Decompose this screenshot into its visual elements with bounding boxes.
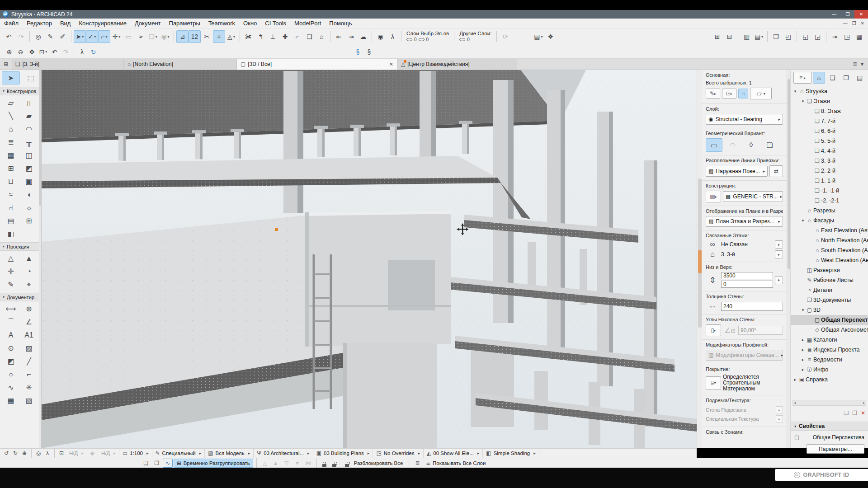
tree-item--2-2-1[interactable]: ❏-2. -2-1 <box>791 196 868 206</box>
suspend-groups-button[interactable]: ⊞Временно Разгруппировать <box>174 459 253 468</box>
door-tool[interactable]: ◫ <box>20 149 38 162</box>
project-map-tab[interactable]: ⌂ <box>813 72 825 84</box>
tree-item-этажи[interactable]: ▾❏Этажи <box>791 96 868 106</box>
layer-selector[interactable]: ◉ Structural - Bearing▸ <box>706 114 783 125</box>
tree-item-6-6-й[interactable]: ❏6. 6-й <box>791 126 868 136</box>
publish-set-icon[interactable]: ⇥ <box>829 30 841 43</box>
confirm-tool-icon[interactable]: ✓ <box>86 30 98 43</box>
undo-icon[interactable]: ↶ <box>3 30 15 43</box>
inject-parameters-icon[interactable]: ✎ <box>44 30 57 43</box>
walkthrough-icon[interactable]: λ <box>387 30 399 43</box>
revision-icon[interactable]: ◳ <box>841 30 853 43</box>
tree-item-1-1-й[interactable]: ❏1. 1-й <box>791 176 868 186</box>
quick-zoom-icon[interactable]: ⊕ <box>20 449 29 458</box>
column-tool[interactable]: ▯ <box>20 96 38 109</box>
canvas-scrollbar[interactable] <box>697 70 702 448</box>
wall-trimmed-arrow[interactable]: ▸ <box>776 406 783 413</box>
tree-item-3-3-й[interactable]: ❏3. 3-й <box>791 156 868 166</box>
section-marker-tool[interactable]: ▲ <box>20 252 38 265</box>
toolbox-scrollbar[interactable] <box>39 70 41 448</box>
tab-3[interactable]: ▢[3D / Все]✕ <box>237 59 397 70</box>
zone-tool[interactable]: ▣ <box>20 175 38 188</box>
bring-forward-icon[interactable]: △ <box>260 459 270 468</box>
view-map-tab[interactable]: ❏ <box>826 72 839 84</box>
slab-tool[interactable]: ▰ <box>20 109 38 122</box>
top-elevation-input[interactable]: 3500 <box>721 272 773 279</box>
dimension-style-field[interactable]: ▣03 Building Plans▸ <box>313 449 373 458</box>
scroll-right-icon[interactable]: ▸ <box>863 401 865 405</box>
tab-4[interactable]: △[Центр Взаимодействия] <box>397 59 517 70</box>
drawing-tool[interactable]: ▧ <box>20 394 38 407</box>
pick-up-parameters-icon[interactable]: ◎ <box>32 30 44 43</box>
show-all-layers-button[interactable]: ≣Показывать Все Слои <box>423 459 488 468</box>
menu-файл[interactable]: Файл <box>0 19 23 28</box>
previous-view-icon[interactable]: ↶ <box>49 47 60 57</box>
navigator-copy-icon[interactable]: ❐ <box>852 410 857 416</box>
tree-item-общая-перспектива[interactable]: ▢Общая Перспектива <box>791 315 868 325</box>
tree-item-7-7-й[interactable]: ❏7. 7-й <box>791 116 868 126</box>
zoom-out-icon[interactable]: ⊖ <box>15 47 26 57</box>
tree-item-общая-аксонометрия[interactable]: ◇Общая Аксонометрия <box>791 325 868 335</box>
undo-zoom-icon[interactable]: ↺ <box>2 449 11 458</box>
tree-item-развертки[interactable]: ◫Развертки <box>791 265 868 275</box>
menu-modelport[interactable]: ModelPort <box>290 19 325 28</box>
surface-paint-button[interactable]: ⌸▾ <box>706 376 721 390</box>
geometry-polygon-button[interactable]: ❏ <box>761 138 778 152</box>
layers-icon[interactable]: ≣ <box>412 459 422 468</box>
scroll-left-icon[interactable]: ◂ <box>794 401 796 405</box>
object-tool[interactable]: ⑁ <box>2 201 20 214</box>
minimize-button[interactable]: — <box>827 10 841 19</box>
graphic-override-field[interactable]: ◭00 Show All Ele...▸ <box>424 449 483 458</box>
polyline-tool[interactable]: ⌐ <box>20 368 38 381</box>
tree-item-south-elevation-автом[interactable]: ⌂South Elevation (Автом <box>791 245 868 255</box>
profile-icon[interactable]: ◉ <box>159 30 171 43</box>
window-tool[interactable]: ⊞ <box>2 162 20 175</box>
railing-tool[interactable]: ╥ <box>20 136 38 149</box>
coordinates-icon[interactable]: 12 <box>189 30 201 43</box>
detail-marker-tool[interactable]: ◔ <box>20 265 38 278</box>
tree-item-stryyska[interactable]: ▾⌂Stryyska <box>791 86 868 96</box>
layer-combination-field[interactable]: Ψ03 Architectural...▸ <box>254 449 313 458</box>
tree-arrow-icon[interactable]: ▾ <box>800 218 806 223</box>
menu-документ[interactable]: Документ <box>131 19 165 28</box>
toolbox-section-2[interactable]: ▾Проекция <box>0 242 41 251</box>
tree-item-справка[interactable]: ▸▣Справка <box>791 375 868 385</box>
unlock-icon[interactable] <box>330 459 339 467</box>
elevation-marker-tool[interactable]: △ <box>2 252 20 265</box>
niche-tool[interactable]: ⊔ <box>2 175 20 188</box>
align-left-icon[interactable]: ⇤ <box>333 30 345 43</box>
model-3d-viewport[interactable] <box>42 70 697 448</box>
maximize-button[interactable]: ❐ <box>841 10 854 19</box>
pan-icon[interactable]: ✥ <box>26 47 38 57</box>
tab-2[interactable]: ⌂[North Elevation] <box>124 59 237 70</box>
stair-tool[interactable]: ≣ <box>2 136 20 149</box>
equipment-tool[interactable]: ▤ <box>2 214 20 227</box>
thickness-input[interactable]: 240 <box>721 302 783 311</box>
hotspot-tool[interactable]: ✳ <box>20 381 38 394</box>
gravity-icon[interactable]: ⊿ <box>176 30 189 43</box>
tree-item-детали[interactable]: ◔Детали <box>791 285 868 295</box>
tree-item--1-1-й[interactable]: ❏-1. -1-й <box>791 186 868 196</box>
virtual-trace-icon[interactable]: ❏ <box>147 30 159 43</box>
offset-icon[interactable]: ❏ <box>303 30 316 43</box>
zoom-in-icon[interactable]: ⊕ <box>4 47 15 57</box>
menu-ci-tools[interactable]: CI Tools <box>261 19 290 28</box>
split-icon[interactable]: ✂ <box>201 30 213 43</box>
tab-close-icon[interactable]: ✕ <box>383 61 393 67</box>
plan-display-selector[interactable]: ▨ План Этажа и Разрез...▸ <box>706 216 783 227</box>
reference-line-selector[interactable]: ▨ Наружная Пове...▸ <box>706 166 768 177</box>
layout-book-tab[interactable]: ❐ <box>840 72 852 84</box>
circle-tool[interactable]: ○ <box>2 368 20 381</box>
group-icon[interactable]: ❏ <box>141 459 151 468</box>
line-tool[interactable]: ╱ <box>20 355 38 368</box>
align-right-icon[interactable]: ⇥ <box>345 30 357 43</box>
structure-display-field[interactable]: ▨Вся Модель▸ <box>205 449 254 458</box>
quick-fit-icon[interactable]: ⊡ <box>57 449 66 458</box>
properties-section-header[interactable]: ▾ Свойства <box>791 422 868 431</box>
tree-item-north-elevation-автом[interactable]: ⌂North Elevation (Автом <box>791 235 868 245</box>
send-backward-icon[interactable]: ▽ <box>282 459 292 468</box>
figure-tool[interactable]: ▦ <box>2 394 20 407</box>
geometry-trapezoid-button[interactable]: ◊ <box>743 138 760 152</box>
slant-mode-button[interactable]: ▯▸ <box>706 324 721 336</box>
marquee-tool[interactable]: ⬚ <box>22 71 40 84</box>
